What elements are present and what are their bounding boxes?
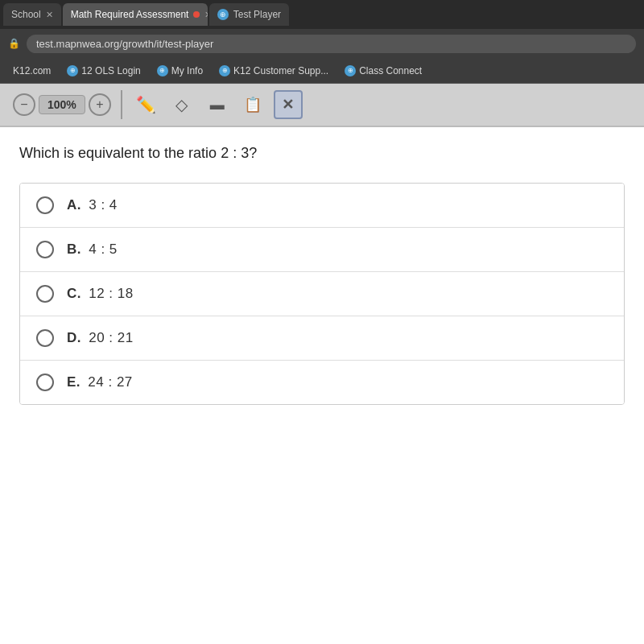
answer-a-label: A. 3 : 4	[67, 197, 118, 213]
tab-testplayer[interactable]: ⊕ Test Player	[209, 3, 289, 26]
list-icon: 📋	[244, 96, 262, 114]
bookmark-myinfo[interactable]: ⊕ My Info	[151, 63, 209, 79]
tab-school-label: School	[11, 9, 41, 20]
question-text: Which is equivalent to the ratio 2 : 3?	[19, 143, 625, 163]
answer-e-value: 24 : 27	[88, 374, 133, 390]
bookmark-k12support[interactable]: ⊕ K12 Customer Supp...	[213, 63, 335, 79]
radio-e[interactable]	[36, 374, 54, 391]
option-c[interactable]: C. 12 : 18	[20, 272, 624, 316]
pen-icon: ✏️	[136, 95, 156, 114]
zoom-in-button[interactable]: +	[89, 93, 111, 116]
zoom-in-icon: +	[96, 97, 103, 112]
answer-d-value: 20 : 21	[89, 330, 134, 345]
radio-d[interactable]	[36, 329, 54, 347]
bookmark-myinfo-icon: ⊕	[157, 65, 168, 76]
option-d[interactable]: D. 20 : 21	[20, 316, 624, 361]
address-bar: 🔒	[0, 29, 644, 58]
answer-b-label: B. 4 : 5	[67, 242, 118, 258]
radio-b[interactable]	[36, 241, 54, 258]
list-button[interactable]: 📋	[238, 90, 267, 119]
answer-c-letter: C.	[67, 286, 81, 301]
tab-testplayer-icon: ⊕	[217, 9, 229, 20]
tab-math-label: Math Required Assessment	[71, 9, 189, 20]
tab-math[interactable]: Math Required Assessment ✕	[63, 3, 208, 26]
zoom-display: 100%	[39, 95, 85, 114]
lines-button[interactable]: ▬	[203, 90, 232, 119]
answer-a-letter: A.	[67, 197, 81, 213]
bookmark-k12support-label: K12 Customer Supp...	[233, 65, 328, 76]
answer-e-label: E. 24 : 27	[67, 374, 133, 390]
browser-window: School ✕ Math Required Assessment ✕ ⊕ Te…	[0, 0, 644, 644]
bookmark-myinfo-label: My Info	[171, 65, 203, 76]
zoom-out-icon: −	[20, 97, 27, 112]
toolbar: − 100% + ✏️ ◇ ▬ 📋 ✕	[0, 84, 644, 127]
zoom-out-button[interactable]: −	[13, 93, 35, 116]
answer-a-value: 3 : 4	[89, 197, 118, 213]
radio-c[interactable]	[36, 285, 54, 303]
answer-d-label: D. 20 : 21	[67, 330, 134, 346]
zoom-control: − 100% +	[13, 93, 111, 116]
main-content: − 100% + ✏️ ◇ ▬ 📋 ✕	[0, 84, 644, 644]
radio-a[interactable]	[36, 196, 54, 214]
pen-button[interactable]: ✏️	[132, 90, 161, 119]
option-e[interactable]: E. 24 : 27	[20, 361, 624, 404]
bookmark-k12-label: K12.com	[13, 65, 51, 76]
tab-school[interactable]: School ✕	[3, 3, 61, 26]
bookmarks-bar: K12.com ⊕ 12 OLS Login ⊕ My Info ⊕ K12 C…	[0, 58, 644, 84]
option-b[interactable]: B. 4 : 5	[20, 228, 624, 272]
lock-icon: 🔒	[8, 38, 20, 49]
answer-b-value: 4 : 5	[89, 242, 118, 257]
bookmark-classconnect-icon: ⊕	[345, 65, 356, 76]
tab-bar: School ✕ Math Required Assessment ✕ ⊕ Te…	[0, 0, 644, 29]
tab-school-close[interactable]: ✕	[46, 10, 53, 20]
tab-math-dot	[193, 11, 200, 18]
tab-testplayer-label: Test Player	[233, 9, 281, 20]
option-a[interactable]: A. 3 : 4	[20, 184, 624, 228]
answer-c-label: C. 12 : 18	[67, 286, 134, 302]
bookmark-ols-icon: ⊕	[67, 65, 78, 76]
eraser-icon: ◇	[175, 95, 188, 114]
close-icon: ✕	[282, 96, 294, 114]
answer-d-letter: D.	[67, 330, 81, 345]
toolbar-divider-1	[121, 90, 122, 119]
answer-e-letter: E.	[67, 374, 80, 390]
answer-c-value: 12 : 18	[89, 286, 134, 301]
lines-icon: ▬	[210, 97, 225, 114]
tab-math-close[interactable]: ✕	[204, 10, 207, 20]
bookmark-ols-label: 12 OLS Login	[81, 65, 140, 76]
answer-options: A. 3 : 4 B. 4 : 5 C. 12 : 18	[19, 183, 625, 405]
eraser-button[interactable]: ◇	[167, 90, 196, 119]
bookmark-classconnect[interactable]: ⊕ Class Connect	[338, 63, 428, 79]
bookmark-classconnect-label: Class Connect	[359, 65, 422, 76]
close-button[interactable]: ✕	[274, 90, 303, 119]
bookmark-k12support-icon: ⊕	[219, 65, 230, 76]
address-input[interactable]	[27, 35, 636, 53]
answer-b-letter: B.	[67, 242, 81, 257]
bookmark-k12[interactable]: K12.com	[6, 63, 57, 79]
bookmark-ols[interactable]: ⊕ 12 OLS Login	[60, 63, 147, 79]
question-area: Which is equivalent to the ratio 2 : 3? …	[0, 127, 644, 644]
